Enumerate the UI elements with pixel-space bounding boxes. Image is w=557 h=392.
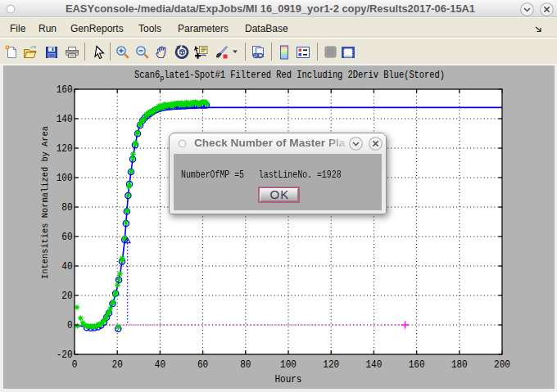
- svg-text:100: 100: [280, 358, 297, 371]
- svg-text:100: 100: [57, 172, 73, 184]
- svg-text:Scan6plate1-Spot#1 Filtered Re: Scan6plate1-Spot#1 Filtered Red Includin…: [134, 70, 445, 83]
- svg-text:Hours: Hours: [275, 373, 302, 385]
- svg-text:160: 160: [409, 358, 425, 371]
- svg-text:-20: -20: [57, 349, 73, 361]
- svg-text:120: 120: [323, 358, 339, 371]
- svg-text:160: 160: [57, 83, 73, 96]
- svg-text:140: 140: [366, 358, 383, 371]
- svg-text:200: 200: [494, 358, 510, 371]
- svg-text:60: 60: [61, 231, 72, 243]
- svg-text:40: 40: [155, 358, 165, 371]
- svg-text:80: 80: [240, 358, 251, 371]
- svg-text:60: 60: [197, 358, 208, 371]
- svg-text:180: 180: [451, 358, 468, 371]
- svg-text:140: 140: [57, 113, 73, 125]
- svg-text:Intensities Normalized by Area: Intensities Normalized by Area: [40, 126, 50, 279]
- svg-text:80: 80: [61, 201, 72, 214]
- svg-text:40: 40: [61, 260, 72, 273]
- svg-text:0: 0: [72, 358, 78, 371]
- svg-text:120: 120: [57, 142, 73, 155]
- svg-text:20: 20: [61, 290, 72, 302]
- svg-text:20: 20: [112, 358, 123, 371]
- svg-text:0: 0: [67, 319, 73, 331]
